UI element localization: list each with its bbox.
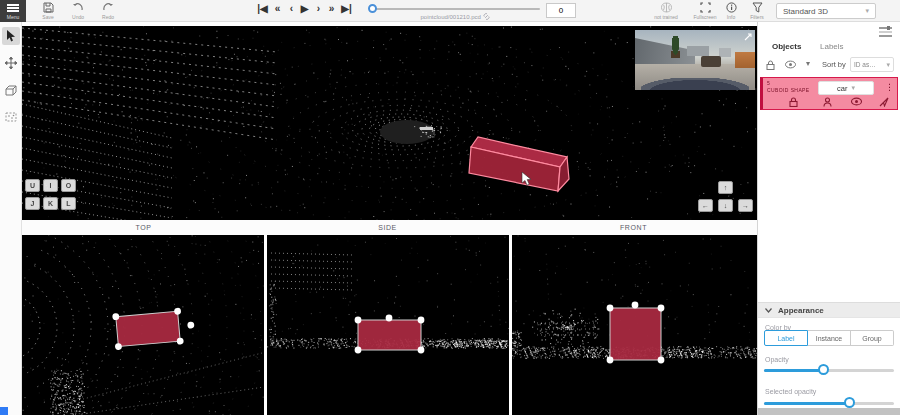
play-button[interactable]: ▶ — [298, 2, 311, 16]
side-orthographic-viewport[interactable] — [267, 235, 509, 415]
appearance-title: Appearance — [778, 306, 824, 315]
move-icon — [5, 57, 17, 69]
rewind-button[interactable]: « — [271, 2, 284, 16]
cuboid-tool-button[interactable] — [2, 81, 20, 99]
opacity-slider-thumb[interactable] — [818, 364, 829, 375]
object-id: 5 — [767, 80, 770, 86]
tool-sidebar — [0, 22, 22, 415]
orange-wall — [735, 52, 755, 68]
menu-label: Menu — [7, 14, 20, 20]
object-menu-dots-icon[interactable]: ⋮ — [885, 82, 894, 92]
object-row-car[interactable]: 5 CUBOID SHAPE car ▾ ⋮ — [760, 77, 898, 110]
fullscreen-label: Fullscreen — [693, 14, 716, 20]
redo-button[interactable]: Redo — [96, 0, 120, 22]
menu-button[interactable]: Menu — [0, 0, 26, 22]
ego-hood — [641, 78, 749, 90]
building-2 — [719, 48, 731, 57]
color-by-label-button[interactable]: Label — [764, 330, 808, 346]
fullscreen-button[interactable]: Fullscreen — [690, 0, 720, 22]
side-view-label: SIDE — [265, 220, 510, 235]
frame-number-input[interactable] — [546, 3, 576, 18]
panel-settings-icon[interactable] — [879, 26, 892, 38]
fullscreen-icon — [700, 2, 711, 13]
current-file-label: pointcloud/001210.pcd — [360, 13, 550, 20]
pan-tool-button[interactable] — [2, 54, 20, 72]
undo-button[interactable]: Undo — [66, 0, 90, 22]
save-icon — [43, 2, 54, 13]
selected-opacity-label: Selected opacity — [765, 388, 816, 395]
fast-forward-button[interactable]: » — [325, 2, 338, 16]
arrow-down-button[interactable]: ↓ — [718, 199, 733, 212]
key-L[interactable]: L — [61, 197, 76, 210]
save-button[interactable]: Save — [36, 0, 60, 22]
color-by-instance-button[interactable]: Instance — [808, 330, 851, 346]
brain-icon — [660, 2, 673, 13]
tab-labels[interactable]: Labels — [820, 42, 844, 51]
top-orthographic-viewport[interactable] — [22, 235, 264, 415]
object-shape-label: CUBOID SHAPE — [767, 87, 810, 93]
link-icon — [483, 13, 490, 20]
last-frame-button[interactable]: ▶| — [340, 2, 353, 16]
model-status-button[interactable]: not trained — [650, 0, 682, 22]
object-member-icon[interactable] — [823, 97, 832, 107]
sort-dropdown[interactable]: ID as… ▾ — [850, 57, 894, 72]
chevron-down-icon: ▾ — [851, 84, 855, 92]
cursor-icon — [6, 30, 16, 42]
select-tool-button[interactable] — [2, 27, 20, 45]
redo-label: Redo — [102, 14, 114, 20]
expand-camera-icon[interactable] — [743, 32, 753, 42]
sort-by-label: Sort by — [822, 60, 846, 69]
color-by-segmented-control: Label Instance Group — [764, 330, 894, 346]
objects-panel: Objects Labels ▾ Sort by ID as… ▾ 5 CUBO… — [757, 22, 900, 415]
arrow-up-button[interactable]: ↑ — [718, 181, 733, 194]
key-I[interactable]: I — [43, 179, 58, 192]
mode-select-dropdown[interactable]: Standard 3D ▾ — [776, 3, 876, 19]
info-icon — [726, 2, 737, 13]
corner-indicator — [0, 407, 8, 415]
arrow-left-button[interactable]: ← — [698, 199, 713, 212]
next-frame-button[interactable]: › — [312, 2, 325, 16]
truck — [701, 56, 721, 67]
arrow-right-button[interactable]: → — [738, 199, 753, 212]
prev-frame-button[interactable]: ‹ — [285, 2, 298, 16]
chevron-down-icon: ▾ — [886, 61, 890, 69]
main-3d-viewport[interactable]: U I O J K L ↑ ← ↓ → — [22, 26, 757, 220]
panel-footer-strip — [758, 408, 900, 415]
expand-all-caret-icon[interactable]: ▾ — [806, 59, 810, 68]
first-frame-button[interactable]: |◀ — [256, 2, 269, 16]
tree — [671, 36, 680, 58]
opacity-slider[interactable] — [764, 364, 894, 376]
top-pointcloud-canvas[interactable] — [22, 235, 264, 415]
frame-slider-thumb[interactable] — [368, 4, 377, 13]
frame-slider-track[interactable] — [372, 8, 540, 10]
info-button[interactable]: Info — [719, 0, 743, 22]
camera-photo-thumbnail[interactable] — [635, 30, 755, 90]
mode-select-value: Standard 3D — [783, 7, 828, 16]
object-visibility-icon[interactable] — [851, 97, 862, 106]
key-J[interactable]: J — [25, 197, 40, 210]
tab-objects[interactable]: Objects — [772, 42, 801, 51]
color-by-group-button[interactable]: Group — [851, 330, 894, 346]
selected-opacity-slider-thumb[interactable] — [844, 397, 855, 408]
key-K[interactable]: K — [43, 197, 58, 210]
region-tool-button[interactable] — [2, 108, 20, 126]
undo-icon — [72, 3, 84, 13]
filters-button[interactable]: Filters — [744, 0, 770, 22]
info-label: Info — [727, 14, 735, 20]
front-orthographic-viewport[interactable] — [512, 235, 757, 415]
side-pointcloud-canvas[interactable] — [267, 235, 509, 415]
key-U[interactable]: U — [25, 179, 40, 192]
visibility-all-icon[interactable] — [785, 60, 796, 69]
viewport-label-strip: TOP SIDE FRONT — [22, 220, 757, 235]
wall-left — [635, 38, 695, 66]
lock-all-icon[interactable] — [766, 60, 775, 70]
hamburger-icon — [7, 3, 19, 13]
object-lock-icon[interactable] — [789, 97, 798, 107]
key-O[interactable]: O — [61, 179, 76, 192]
front-pointcloud-canvas[interactable] — [512, 235, 757, 415]
object-class-dropdown[interactable]: car ▾ — [818, 81, 874, 95]
object-locate-icon[interactable] — [879, 97, 889, 107]
opacity-label: Opacity — [765, 356, 789, 363]
appearance-header[interactable]: Appearance — [758, 302, 900, 318]
chevron-down-icon — [765, 308, 772, 313]
